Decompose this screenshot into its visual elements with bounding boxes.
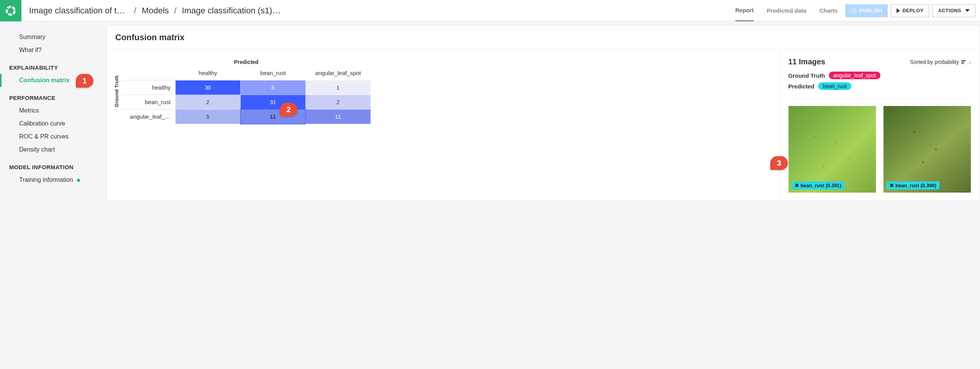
- breadcrumb-model-label: Image classification (s1): [182, 6, 281, 15]
- panel-title: Confusion matrix: [107, 26, 980, 50]
- cm-cell-2-0[interactable]: 5: [175, 109, 240, 124]
- cm-row-healthy[interactable]: healthy: [122, 80, 175, 95]
- image-thumb-1[interactable]: ✖ bean_rust (0.390): [883, 106, 971, 193]
- view-tabs: Report Predicted data Charts: [735, 0, 838, 21]
- cm-row-angular-leaf[interactable]: angular_leaf_…: [122, 109, 175, 124]
- cm-cell-2-2[interactable]: 11: [305, 109, 371, 124]
- sidebar-item-summary[interactable]: Summary: [0, 31, 106, 44]
- deploy-button[interactable]: DEPLOY: [891, 4, 929, 17]
- cm-col-bean-rust[interactable]: bean_rust: [240, 67, 305, 80]
- sidebar-item-training-info[interactable]: Training information: [0, 173, 106, 186]
- sidebar-item-metrics[interactable]: Metrics: [0, 104, 106, 117]
- cm-ylabel: Ground Truth: [114, 75, 119, 107]
- status-dot-icon: [77, 179, 80, 182]
- cm-cell-0-2[interactable]: 1: [305, 80, 371, 95]
- content-panel: Confusion matrix Ground Truth Predicted …: [106, 25, 980, 201]
- cm-cell-0-1[interactable]: 8: [240, 80, 305, 95]
- ground-truth-pill[interactable]: angular_leaf_spot: [829, 72, 880, 79]
- sidebar: Summary What if? EXPLAINABILITY Confusio…: [0, 21, 106, 201]
- publish-label: PUBLISH: [859, 8, 882, 13]
- sidebar-section-model-info: MODEL INFORMATION: [0, 156, 106, 173]
- cm-row-bean-rust[interactable]: bean_rust: [122, 95, 175, 109]
- predicted-row: Predicted bean_rust: [788, 82, 971, 90]
- publish-icon: [851, 8, 857, 14]
- details-title: 11 Images: [788, 57, 825, 66]
- annotation-callout-2: 2: [280, 103, 297, 116]
- cm-xlabel: Predicted: [122, 59, 371, 67]
- actions-button[interactable]: ACTIONS: [932, 4, 975, 17]
- breadcrumb-separator: /: [134, 6, 136, 16]
- image-thumb-0[interactable]: ✖ bean_rust (0.391): [788, 106, 876, 193]
- top-actions: PUBLISH DEPLOY ACTIONS: [845, 4, 975, 17]
- sort-control[interactable]: Sorted by probability ↓: [910, 59, 971, 65]
- publish-button[interactable]: PUBLISH: [845, 4, 888, 17]
- ground-truth-label: Ground Truth: [788, 72, 825, 79]
- sidebar-item-roc-pr[interactable]: ROC & PR curves: [0, 130, 106, 143]
- sidebar-section-performance: PERFORMANCE: [0, 87, 106, 104]
- sidebar-item-calibration[interactable]: Calibration curve: [0, 117, 106, 130]
- breadcrumb: Image classification of ta… / Models / I…: [29, 6, 735, 16]
- breadcrumb-models[interactable]: Models: [142, 6, 169, 16]
- thumb-label-text: bean_rust (0.391): [800, 183, 841, 188]
- sidebar-item-density[interactable]: Density chart: [0, 143, 106, 156]
- logo-icon: [5, 5, 16, 16]
- app-logo[interactable]: [0, 0, 21, 21]
- deploy-label: DEPLOY: [902, 8, 923, 13]
- panel-body: Ground Truth Predicted healthy bean_rust…: [107, 50, 980, 201]
- arrow-down-icon: ↓: [969, 59, 971, 65]
- thumb-prediction-label: ✖ bean_rust (0.391): [792, 181, 844, 189]
- actions-label: ACTIONS: [938, 8, 961, 13]
- thumb-prediction-label: ✖ bean_rust (0.390): [887, 181, 939, 189]
- leaf-image-placeholder: [789, 106, 876, 193]
- breadcrumb-separator: /: [174, 6, 176, 16]
- cm-col-angular-leaf-spot[interactable]: angular_leaf_spot: [305, 67, 371, 80]
- confusion-matrix-area: Ground Truth Predicted healthy bean_rust…: [107, 50, 780, 201]
- thumb-label-text: bean_rust (0.390): [895, 183, 936, 188]
- training-info-label: Training information: [19, 176, 73, 183]
- breadcrumb-model[interactable]: Image classification (s1): [182, 6, 281, 16]
- incorrect-icon: ✖: [890, 183, 894, 188]
- sortby-label: Sorted by probability: [910, 59, 959, 65]
- confusion-matrix-table: healthy bean_rust angular_leaf_spot heal…: [122, 67, 371, 124]
- tab-charts[interactable]: Charts: [819, 0, 838, 21]
- tab-predicted-data[interactable]: Predicted data: [767, 0, 806, 21]
- ground-truth-row: Ground Truth angular_leaf_spot: [788, 72, 971, 79]
- play-icon: [897, 8, 900, 13]
- chevron-down-icon: [965, 9, 970, 12]
- leaf-image-placeholder: [884, 106, 971, 193]
- annotation-callout-3: 3: [770, 156, 788, 170]
- cm-cell-1-2[interactable]: 2: [305, 95, 371, 109]
- annotation-callout-1: 1: [76, 74, 93, 88]
- cm-cell-0-0[interactable]: 30: [175, 80, 240, 95]
- sidebar-item-whatif[interactable]: What if?: [0, 44, 106, 57]
- svg-point-0: [7, 7, 15, 15]
- main-layout: Summary What if? EXPLAINABILITY Confusio…: [0, 21, 980, 201]
- topbar: Image classification of ta… / Models / I…: [0, 0, 980, 21]
- image-grid: ✖ bean_rust (0.391) ✖ bean_rust (0.390): [788, 98, 971, 193]
- cm-cell-1-0[interactable]: 2: [175, 95, 240, 109]
- incorrect-icon: ✖: [795, 183, 799, 188]
- details-panel: 11 Images Sorted by probability ↓ Ground…: [780, 50, 980, 201]
- sort-icon: [961, 60, 966, 64]
- tab-report[interactable]: Report: [735, 0, 754, 21]
- svg-point-1: [852, 9, 856, 13]
- cm-col-healthy[interactable]: healthy: [175, 67, 240, 80]
- predicted-pill[interactable]: bean_rust: [818, 82, 851, 90]
- sidebar-section-explainability: EXPLAINABILITY: [0, 57, 106, 74]
- breadcrumb-project[interactable]: Image classification of ta…: [29, 6, 129, 16]
- predicted-label: Predicted: [788, 83, 814, 90]
